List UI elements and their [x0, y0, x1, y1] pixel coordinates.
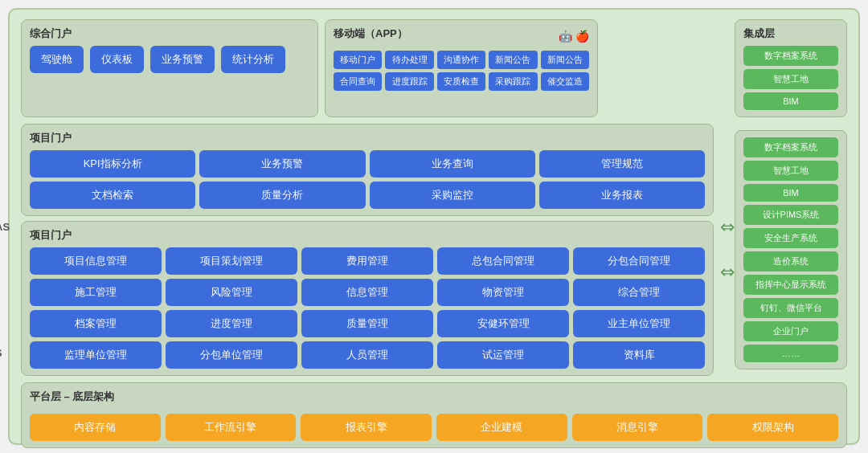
int-full-btn-0[interactable]: 数字档案系统 — [743, 137, 838, 157]
integration-full-list: 数字档案系统 智慧工地 BIM 设计PIMS系统 安全生产系统 造价系统 指挥中… — [743, 137, 838, 362]
mgmt-portal-title: 项目门户 — [30, 228, 705, 243]
kpi-btn-0[interactable]: KPI指标分析 — [30, 150, 195, 178]
kpi-portal-section: 项目门户 KPI指标分析 业务预警 业务查询 管理规范 文档检索 质量分析 采购… — [21, 124, 714, 216]
mgmt-btn-13[interactable]: 安健环管理 — [437, 310, 569, 337]
paas-btn-4[interactable]: 消息引擎 — [572, 414, 703, 441]
kpi-btn-2[interactable]: 业务查询 — [370, 150, 535, 178]
mgmt-btn-17[interactable]: 人员管理 — [301, 341, 433, 369]
mgmt-btn-11[interactable]: 进度管理 — [166, 310, 297, 337]
mgmt-btn-1[interactable]: 项目策划管理 — [166, 247, 297, 275]
top-spacer — [604, 19, 728, 117]
main-container: 综合门户 驾驶舱 仪表板 业务预警 统计分析 移动端（APP） 🤖 🍎 移动门户… — [8, 8, 860, 445]
mobile-icons: 🤖 🍎 — [559, 30, 589, 43]
kpi-btn-4[interactable]: 文档检索 — [30, 182, 195, 209]
mobile-btn-2[interactable]: 沟通协作 — [437, 51, 485, 69]
top-row: 综合门户 驾驶舱 仪表板 业务预警 统计分析 移动端（APP） 🤖 🍎 移动门户… — [21, 19, 847, 117]
mobile-btn-5[interactable]: 合同查询 — [334, 72, 382, 91]
integration-list: 数字档案系统 智慧工地 BIM — [743, 46, 838, 110]
int-full-btn-5[interactable]: 造价系统 — [743, 251, 838, 271]
int-full-btn-7[interactable]: 钉钉、微信平台 — [743, 298, 838, 318]
mgmt-btn-5[interactable]: 施工管理 — [30, 279, 162, 306]
mgmt-btn-6[interactable]: 风险管理 — [166, 279, 297, 306]
mobile-section: 移动端（APP） 🤖 🍎 移动门户 待办处理 沟通协作 新闻公告 新闻公告 合同… — [325, 19, 598, 117]
kpi-btn-3[interactable]: 管理规范 — [539, 150, 705, 178]
mobile-grid: 移动门户 待办处理 沟通协作 新闻公告 新闻公告 合同查询 进度跟踪 安质检查 … — [334, 51, 589, 91]
int-full-btn-1[interactable]: 智慧工地 — [743, 161, 838, 181]
int-btn-2[interactable]: BIM — [743, 92, 838, 110]
paas-btn-5[interactable]: 权限架构 — [707, 414, 838, 441]
portal-title: 综合门户 — [30, 27, 309, 41]
paas-title: 平台层 – 底层架构 — [30, 390, 838, 404]
paas-grid: 内容存储 工作流引擎 报表引擎 企业建模 消息引擎 权限架构 — [30, 414, 838, 441]
mgmt-btn-12[interactable]: 质量管理 — [301, 310, 433, 337]
mobile-btn-4[interactable]: 新闻公告 — [541, 51, 589, 69]
mgmt-grid: 项目信息管理 项目策划管理 费用管理 总包合同管理 分包合同管理 施工管理 风险… — [30, 247, 705, 369]
mgmt-btn-7[interactable]: 信息管理 — [301, 279, 433, 306]
mgmt-btn-10[interactable]: 档案管理 — [30, 310, 162, 337]
mgmt-btn-15[interactable]: 监理单位管理 — [30, 341, 162, 369]
mgmt-btn-16[interactable]: 分包单位管理 — [166, 341, 297, 369]
arrow-right-1: ⇔ — [720, 217, 735, 238]
paas-btn-1[interactable]: 工作流引擎 — [166, 414, 297, 441]
saas-row: SAAS 项目门户 KPI指标分析 业务预警 业务查询 管理规范 文档检索 质量… — [21, 124, 847, 376]
mgmt-btn-9[interactable]: 综合管理 — [573, 279, 705, 306]
saas-label: SAAS — [0, 221, 10, 233]
portal-buttons: 驾驶舱 仪表板 业务预警 统计分析 — [30, 46, 309, 73]
mobile-btn-9[interactable]: 催交监造 — [541, 72, 589, 91]
int-full-btn-8[interactable]: 企业门户 — [743, 321, 838, 341]
portal-section: 综合门户 驾驶舱 仪表板 业务预警 统计分析 — [21, 19, 318, 117]
arrows-column: ⇔ ⇔ — [720, 124, 735, 376]
kpi-btn-6[interactable]: 采购监控 — [370, 182, 535, 209]
mobile-btn-6[interactable]: 进度跟踪 — [385, 72, 433, 91]
kpi-grid: KPI指标分析 业务预警 业务查询 管理规范 文档检索 质量分析 采购监控 业务… — [30, 150, 705, 209]
integration-top: 集成层 数字档案系统 智慧工地 BIM — [735, 19, 847, 117]
apple-icon: 🍎 — [575, 30, 589, 43]
int-btn-1[interactable]: 智慧工地 — [743, 69, 838, 89]
android-icon: 🤖 — [559, 30, 572, 43]
paas-label-abs: PAAS — [0, 348, 2, 359]
kpi-btn-1[interactable]: 业务预警 — [199, 150, 365, 178]
kpi-btn-5[interactable]: 质量分析 — [199, 182, 365, 209]
paas-section: 平台层 – 底层架构 内容存储 工作流引擎 报表引擎 企业建模 消息引擎 权限架… — [21, 382, 847, 448]
mgmt-btn-0[interactable]: 项目信息管理 — [30, 247, 162, 275]
right-integration-wrapper: ⇔ ⇔ 数字档案系统 智慧工地 BIM 设计PIMS系统 安全生产系统 造价系统… — [720, 124, 847, 376]
btn-yibiaaban[interactable]: 仪表板 — [90, 46, 144, 73]
mgmt-btn-4[interactable]: 分包合同管理 — [573, 247, 705, 275]
kpi-btn-7[interactable]: 业务报表 — [539, 182, 705, 209]
int-full-btn-6[interactable]: 指挥中心显示系统 — [743, 275, 838, 295]
btn-jiashicang[interactable]: 驾驶舱 — [30, 46, 84, 73]
paas-btn-2[interactable]: 报表引擎 — [301, 414, 432, 441]
paas-btn-3[interactable]: 企业建模 — [436, 414, 567, 441]
int-full-btn-3[interactable]: 设计PIMS系统 — [743, 205, 838, 225]
mobile-btn-3[interactable]: 新闻公告 — [489, 51, 537, 69]
integration-title: 集成层 — [743, 27, 838, 41]
btn-tongji[interactable]: 统计分析 — [221, 46, 285, 73]
int-full-btn-2[interactable]: BIM — [743, 184, 838, 202]
mobile-title: 移动端（APP） — [334, 27, 407, 41]
arrow-right-2: ⇔ — [720, 262, 735, 283]
mgmt-btn-3[interactable]: 总包合同管理 — [437, 247, 569, 275]
int-full-btn-9[interactable]: …… — [743, 345, 838, 362]
btn-yewuyujing[interactable]: 业务预警 — [150, 46, 215, 73]
mgmt-btn-14[interactable]: 业主单位管理 — [573, 310, 705, 337]
mobile-title-row: 移动端（APP） 🤖 🍎 — [334, 27, 589, 46]
mgmt-btn-8[interactable]: 物资管理 — [437, 279, 569, 306]
mgmt-btn-2[interactable]: 费用管理 — [301, 247, 433, 275]
paas-btn-0[interactable]: 内容存储 — [30, 414, 161, 441]
mobile-btn-0[interactable]: 移动门户 — [334, 51, 382, 69]
mgmt-btn-19[interactable]: 资料库 — [573, 341, 705, 369]
mobile-btn-7[interactable]: 安质检查 — [437, 72, 485, 91]
integration-section: 数字档案系统 智慧工地 BIM 设计PIMS系统 安全生产系统 造价系统 指挥中… — [735, 130, 847, 369]
mgmt-portal-section: 项目门户 项目信息管理 项目策划管理 费用管理 总包合同管理 分包合同管理 施工… — [21, 221, 714, 376]
mgmt-btn-18[interactable]: 试运管理 — [437, 341, 569, 369]
int-btn-0[interactable]: 数字档案系统 — [743, 46, 838, 66]
mobile-btn-1[interactable]: 待办处理 — [385, 51, 433, 69]
mobile-btn-8[interactable]: 采购跟踪 — [489, 72, 537, 91]
int-full-btn-4[interactable]: 安全生产系统 — [743, 228, 838, 248]
saas-left: SAAS 项目门户 KPI指标分析 业务预警 业务查询 管理规范 文档检索 质量… — [21, 124, 714, 376]
kpi-portal-title: 项目门户 — [30, 131, 705, 145]
